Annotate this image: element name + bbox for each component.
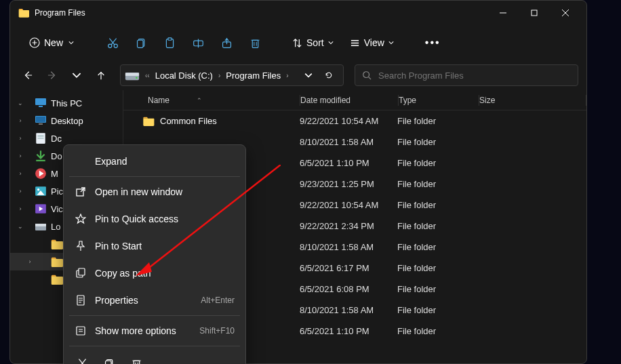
pin-icon bbox=[75, 240, 87, 252]
expand-icon[interactable]: › bbox=[16, 170, 25, 177]
tree-label: Lo bbox=[51, 222, 60, 232]
svg-rect-32 bbox=[125, 73, 139, 76]
cm-copy-path[interactable]: Copy as path bbox=[66, 260, 243, 287]
collapse-icon[interactable]: ⌄ bbox=[16, 100, 25, 106]
cm-properties[interactable]: Properties Alt+Enter bbox=[66, 287, 243, 314]
cm-expand[interactable]: Expand bbox=[66, 148, 243, 175]
breadcrumb[interactable]: ‹‹ Local Disk (C:) › Program Files › bbox=[120, 64, 344, 86]
separator bbox=[69, 315, 240, 316]
chevron-down-icon bbox=[68, 40, 74, 45]
cell-date: 9/23/2021 1:25 PM bbox=[300, 179, 397, 189]
minimize-button[interactable] bbox=[487, 2, 519, 24]
expand-icon[interactable]: › bbox=[16, 135, 25, 142]
item-icon bbox=[35, 168, 47, 179]
cell-name: Common Files bbox=[123, 116, 300, 126]
svg-line-35 bbox=[369, 77, 372, 80]
item-icon bbox=[35, 115, 47, 126]
breadcrumb-dropdown-button[interactable] bbox=[298, 66, 319, 85]
cell-type: File folder bbox=[397, 221, 477, 231]
svg-rect-14 bbox=[167, 37, 171, 39]
history-button[interactable] bbox=[67, 66, 86, 85]
view-icon bbox=[350, 38, 360, 48]
maximize-button[interactable] bbox=[519, 2, 550, 24]
more-button[interactable]: ••• bbox=[418, 37, 447, 49]
cell-date: 6/5/2021 1:10 PM bbox=[300, 158, 397, 168]
tree-this-pc[interactable]: ⌄ This PC bbox=[10, 94, 123, 112]
item-icon bbox=[35, 133, 47, 144]
expand-icon[interactable]: › bbox=[16, 117, 25, 124]
cell-date: 9/22/2021 10:54 AM bbox=[300, 200, 397, 210]
header-name[interactable]: Name⌃ bbox=[123, 96, 300, 105]
cell-date: 6/5/2021 6:17 PM bbox=[300, 263, 397, 273]
header-size[interactable]: Size bbox=[479, 96, 586, 105]
cm-delete-button[interactable] bbox=[123, 352, 149, 364]
copy-path-icon bbox=[75, 267, 87, 279]
share-button[interactable] bbox=[214, 31, 239, 55]
window-controls bbox=[487, 2, 581, 24]
cm-copy-button[interactable] bbox=[96, 352, 122, 364]
svg-marker-57 bbox=[76, 214, 85, 223]
expand-icon[interactable]: ⌄ bbox=[16, 223, 25, 230]
cm-open-new-window[interactable]: Open in new window bbox=[66, 178, 243, 205]
svg-rect-64 bbox=[77, 327, 85, 335]
cm-pin-quick[interactable]: Pin to Quick access bbox=[66, 205, 243, 232]
disk-icon bbox=[125, 68, 140, 82]
up-button[interactable] bbox=[92, 66, 111, 85]
toolbar: New Sort View ••• bbox=[10, 25, 586, 60]
cell-type: File folder bbox=[397, 242, 477, 252]
close-button[interactable] bbox=[550, 2, 581, 24]
search-box[interactable] bbox=[355, 64, 578, 86]
paste-button[interactable] bbox=[157, 31, 182, 55]
back-button[interactable] bbox=[18, 66, 37, 85]
refresh-button[interactable] bbox=[319, 66, 339, 85]
chevron-right-icon: › bbox=[216, 72, 223, 79]
cell-date: 6/5/2021 6:08 PM bbox=[300, 284, 397, 294]
cell-type: File folder bbox=[397, 116, 477, 126]
cm-footer bbox=[66, 348, 243, 364]
svg-rect-1 bbox=[532, 10, 537, 16]
expand-icon[interactable]: › bbox=[25, 258, 35, 265]
cell-type: File folder bbox=[397, 263, 477, 273]
svg-rect-40 bbox=[39, 123, 43, 125]
cm-cut-button[interactable] bbox=[69, 352, 95, 364]
forward-button[interactable] bbox=[43, 66, 62, 85]
new-button[interactable]: New bbox=[21, 33, 82, 52]
star-icon bbox=[75, 213, 87, 225]
search-input[interactable] bbox=[378, 70, 571, 81]
table-row[interactable]: Common Files9/22/2021 10:54 AMFile folde… bbox=[123, 110, 586, 132]
copy-button[interactable] bbox=[128, 31, 154, 55]
cell-type: File folder bbox=[397, 137, 477, 147]
chevron-left-icon: ‹‹ bbox=[142, 72, 153, 79]
item-icon bbox=[51, 274, 63, 285]
item-icon bbox=[35, 221, 47, 232]
svg-rect-37 bbox=[39, 106, 43, 107]
tree-item[interactable]: ›Desktop bbox=[10, 112, 123, 129]
sort-icon bbox=[292, 38, 302, 48]
navbar: ‹‹ Local Disk (C:) › Program Files › bbox=[10, 60, 586, 90]
tree-label: This PC bbox=[51, 98, 82, 108]
folder-icon bbox=[18, 7, 29, 18]
expand-icon[interactable]: › bbox=[16, 205, 25, 212]
cm-show-more[interactable]: Show more options Shift+F10 bbox=[66, 317, 243, 344]
rename-button[interactable] bbox=[185, 31, 211, 55]
cm-pin-start[interactable]: Pin to Start bbox=[66, 232, 243, 260]
tree-label: Do bbox=[51, 151, 62, 161]
expand-icon[interactable]: › bbox=[16, 153, 25, 159]
cell-date: 6/5/2021 1:10 PM bbox=[300, 326, 397, 336]
chevron-down-icon bbox=[388, 40, 394, 45]
header-type[interactable]: Type bbox=[399, 96, 479, 105]
svg-rect-54 bbox=[35, 224, 46, 226]
item-icon bbox=[35, 150, 47, 161]
item-icon bbox=[51, 256, 63, 267]
cut-button[interactable] bbox=[100, 31, 125, 55]
expand-icon[interactable]: › bbox=[16, 188, 25, 195]
tree-label: Vic bbox=[51, 204, 63, 214]
monitor-icon bbox=[35, 98, 47, 108]
sort-button[interactable]: Sort bbox=[285, 33, 340, 52]
delete-button[interactable] bbox=[242, 31, 268, 55]
crumb-program-files[interactable]: Program Files bbox=[223, 70, 283, 81]
header-date[interactable]: Date modified bbox=[300, 96, 398, 105]
crumb-local-disk[interactable]: Local Disk (C:) bbox=[153, 70, 216, 81]
titlebar: Program Files bbox=[10, 1, 586, 25]
view-button[interactable]: View bbox=[343, 33, 401, 52]
